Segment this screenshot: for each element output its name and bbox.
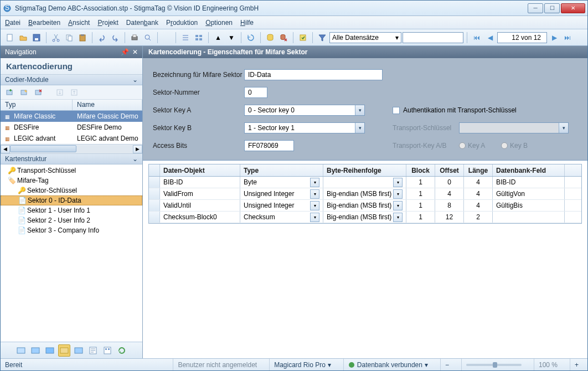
edit-module-icon[interactable] [18, 86, 30, 99]
module-row[interactable]: ▦LEGIC advantLEGIC advant Demo [1, 133, 142, 144]
collapse-icon[interactable]: ⌄ [132, 76, 138, 84]
record-counter[interactable]: 12 von 12 [497, 32, 547, 43]
pin-icon[interactable]: 📌 [121, 48, 129, 56]
tree-item[interactable]: 📄Sektor 3 - Company Info [1, 225, 142, 235]
maximize-button[interactable]: ☐ [544, 3, 560, 13]
delete-module-icon[interactable] [33, 86, 45, 99]
filter-combo[interactable]: Alle Datensätze▾ [329, 32, 401, 43]
tree-item[interactable]: 🔑Sektor-Schlüssel [1, 186, 142, 195]
bottom-icon-2[interactable] [29, 344, 42, 357]
refresh-icon[interactable] [245, 32, 257, 44]
bottom-icon-1[interactable] [15, 344, 27, 357]
zoom-in-icon[interactable]: + [570, 359, 583, 370]
module-row[interactable]: ▦DESFireDESFire Demo [1, 122, 142, 133]
db-icon[interactable] [264, 32, 276, 44]
col-laenge[interactable]: Länge [464, 164, 493, 176]
bottom-icon-5[interactable] [73, 344, 85, 357]
zoom-slider[interactable] [461, 359, 526, 370]
data-row[interactable]: ValidUntilUnsigned Integer▾Big-endian (M… [149, 200, 581, 212]
col-byte[interactable]: Byte-Reihenfolge [323, 164, 406, 176]
data-row[interactable]: BIB-IDByte▾▾104BIB-ID [149, 177, 581, 188]
copy-icon[interactable] [63, 32, 75, 44]
dropdown-icon[interactable]: ▾ [310, 213, 319, 222]
wizard-icon[interactable] [297, 32, 309, 44]
bottom-icon-3[interactable] [44, 344, 56, 357]
col-block[interactable]: Block [406, 164, 435, 176]
dropdown-icon[interactable]: ▾ [393, 178, 403, 187]
filter-icon[interactable] [316, 32, 328, 44]
last-record-icon[interactable]: ⏭ [561, 32, 574, 44]
input-sektor-nr[interactable] [244, 87, 267, 98]
dropdown-icon[interactable]: ▾ [310, 201, 319, 210]
bottom-icon-6[interactable] [87, 344, 99, 357]
dropdown-icon[interactable]: ▾ [393, 213, 403, 222]
page-icon: 📄 [18, 226, 25, 234]
close-nav-icon[interactable]: ✕ [132, 48, 138, 56]
menu-datenbank[interactable]: Datenbank [126, 19, 158, 27]
chevron-down-icon[interactable]: ▾ [328, 361, 331, 369]
menu-datei[interactable]: Datei [5, 19, 20, 27]
sort-asc-icon[interactable]: ▲ [212, 32, 224, 44]
redo-icon[interactable] [109, 32, 121, 44]
col-offset[interactable]: Offset [435, 164, 464, 176]
col-db-feld[interactable]: Datenbank-Feld [493, 164, 565, 176]
module-row[interactable]: ▦Mifare ClassicMifare Classic Demo [1, 111, 142, 122]
dropdown-icon[interactable]: ▾ [310, 189, 319, 199]
list-icon[interactable] [179, 32, 192, 44]
dropdown-icon[interactable]: ▾ [393, 189, 403, 199]
collapse-icon-2[interactable]: ⌄ [132, 155, 138, 163]
import-icon[interactable] [54, 86, 66, 99]
paste-icon[interactable] [76, 32, 89, 44]
add-module-icon[interactable] [4, 86, 16, 99]
checkbox-auth[interactable] [393, 107, 400, 114]
tree-item[interactable]: 🔑Transport-Schlüssel [1, 166, 142, 176]
prev-record-icon[interactable]: ◀ [484, 32, 496, 44]
open-icon[interactable] [17, 32, 29, 44]
codier-panel-header[interactable]: Codier-Module⌄ [1, 74, 142, 85]
tree-item[interactable]: 📄Sektor 0 - ID-Data [1, 195, 142, 205]
tree-item[interactable]: 📄Sektor 2 - User Info 2 [1, 215, 142, 225]
col-type[interactable]: Type [240, 164, 323, 176]
combo-key-b[interactable]: 1 - Sector key 1▾ [244, 122, 365, 133]
combo-key-a[interactable]: 0 - Sector key 0▾ [244, 105, 365, 116]
db-delete-icon[interactable] [277, 32, 290, 44]
input-access-bits[interactable] [244, 140, 294, 151]
grid-icon[interactable] [193, 32, 205, 44]
tree-item[interactable]: 📄Sektor 1 - User Info 1 [1, 205, 142, 215]
bottom-icon-8[interactable] [116, 344, 128, 357]
menu-projekt[interactable]: Projekt [97, 19, 118, 27]
input-bezeichnung[interactable] [244, 69, 383, 80]
save-icon[interactable] [30, 32, 43, 44]
col-daten-objekt[interactable]: Daten-Objekt [160, 164, 240, 176]
next-record-icon[interactable]: ▶ [548, 32, 560, 44]
search-input[interactable] [403, 32, 463, 43]
print-icon[interactable] [128, 32, 141, 44]
tree-item[interactable]: 🏷️Mifare-Tag [1, 176, 142, 186]
menu-ansicht[interactable]: Ansicht [68, 19, 90, 27]
bottom-icon-4[interactable] [58, 344, 70, 357]
col-typ[interactable]: Typ [1, 100, 73, 110]
export-icon[interactable] [68, 86, 80, 99]
struct-panel-header[interactable]: Kartenstruktur⌄ [1, 153, 142, 164]
close-button[interactable]: ✕ [561, 3, 585, 13]
menu-optionen[interactable]: Optionen [205, 19, 233, 27]
chevron-down-icon-2[interactable]: ▾ [425, 361, 428, 369]
bottom-icon-7[interactable] [101, 344, 114, 357]
sort-desc-icon[interactable]: ▼ [225, 32, 238, 44]
menu-hilfe[interactable]: Hilfe [240, 19, 254, 27]
print-preview-icon[interactable] [142, 32, 154, 44]
new-icon[interactable] [4, 32, 16, 44]
zoom-out-icon[interactable]: − [440, 359, 453, 370]
dropdown-icon[interactable]: ▾ [310, 178, 319, 187]
first-record-icon[interactable]: ⏮ [471, 32, 483, 44]
dropdown-icon[interactable]: ▾ [393, 201, 403, 210]
minimize-button[interactable]: ─ [528, 3, 543, 13]
data-row[interactable]: Checksum-Block0Checksum▾Big-endian (MSB … [149, 212, 581, 223]
menu-bearbeiten[interactable]: Bearbeiten [28, 19, 60, 27]
module-hscroll[interactable]: ◀▶ [1, 144, 142, 153]
data-row[interactable]: ValidFromUnsigned Integer▾Big-endian (MS… [149, 188, 581, 200]
col-name[interactable]: Name [73, 100, 142, 110]
menu-produktion[interactable]: Produktion [166, 19, 198, 27]
undo-icon[interactable] [96, 32, 108, 44]
cut-icon[interactable] [50, 32, 62, 44]
